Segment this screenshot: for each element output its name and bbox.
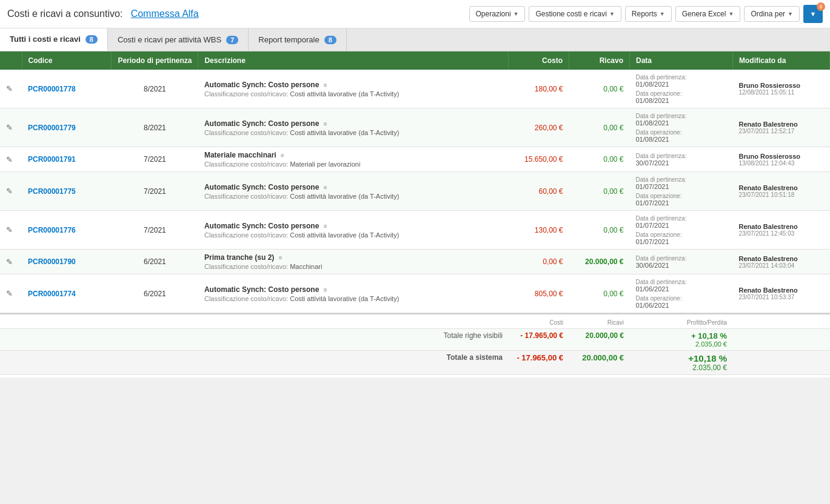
chevron-down-icon: ▼ [728, 11, 734, 17]
totals-section: Costi Ricavi Profitto/Perdita Totale rig… [0, 313, 830, 377]
edit-icon[interactable]: ✎ [6, 289, 13, 298]
desc-sub: Classificazione costo/ricavo: Costi atti… [204, 295, 503, 302]
code-cell: PCR00001776 [22, 211, 112, 250]
tab-wbs-badge: 7 [226, 36, 238, 44]
chevron-down-icon: ▼ [609, 11, 615, 17]
operazioni-button[interactable]: Operazioni ▼ [469, 6, 526, 22]
data-cell: Data di pertinenza:01/06/2021Data operaz… [630, 274, 733, 313]
totals-visibili-label: Totale righe visibili [0, 329, 509, 351]
desc-main: Automatic Synch: Costo persone ≡ [204, 81, 503, 89]
desc-menu-icon[interactable]: ≡ [281, 152, 284, 159]
ricavo-cell: 0,00 € [569, 147, 630, 172]
table-row: ✎PCR000017746/2021 Automatic Synch: Cost… [0, 274, 830, 313]
filter-button[interactable]: ▼ 8 [803, 5, 823, 23]
col-modificato: Modificato da [733, 51, 830, 70]
desc-menu-icon[interactable]: ≡ [324, 121, 327, 127]
table-row: ✎PCR000017767/2021 Automatic Synch: Cost… [0, 211, 830, 250]
filter-icon: ▼ [810, 10, 817, 18]
desc-main: Automatic Synch: Costo persone ≡ [204, 285, 503, 294]
desc-menu-icon[interactable]: ≡ [279, 254, 283, 261]
col-costo: Costo [509, 51, 569, 70]
period-cell: 8/2021 [112, 108, 198, 147]
desc-main: Automatic Synch: Costo persone ≡ [204, 222, 503, 230]
edit-icon[interactable]: ✎ [6, 187, 13, 196]
totals-sistema-label: Totale a sistema [0, 351, 509, 375]
tab-wbs[interactable]: Costi e ricavi per attività WBS 7 [108, 28, 249, 51]
desc-menu-icon[interactable]: ≡ [324, 287, 327, 293]
tab-tutti-badge: 8 [85, 35, 98, 44]
edit-icon[interactable]: ✎ [6, 123, 13, 132]
description-cell: Automatic Synch: Costo persone ≡ Classif… [198, 211, 509, 250]
modified-cell: Renato Balestreno 23/07/2021 10:53:37 [733, 274, 830, 313]
code-cell: PCR00001774 [22, 274, 112, 313]
costo-cell: 130,00 € [509, 211, 569, 250]
desc-menu-icon[interactable]: ≡ [324, 223, 327, 230]
description-cell: Prima tranche (su 2) ≡ Classificazione c… [198, 250, 509, 274]
costo-cell: 180,00 € [509, 70, 569, 108]
gestione-button[interactable]: Gestione costi e ricavi ▼ [529, 6, 621, 22]
reports-button[interactable]: Reports ▼ [625, 6, 672, 22]
toolbar: Operazioni ▼ Gestione costi e ricavi ▼ R… [469, 5, 823, 23]
table-row: ✎PCR000017798/2021 Automatic Synch: Cost… [0, 108, 830, 147]
project-link[interactable]: Commessa Alfa [131, 8, 199, 19]
ricavo-cell: 20.000,00 € [569, 250, 630, 274]
code-cell: PCR00001778 [22, 70, 112, 108]
edit-icon[interactable]: ✎ [6, 225, 13, 234]
col-data: Data [630, 51, 733, 70]
modified-cell: Renato Balestreno 23/07/2021 10:51:18 [733, 172, 830, 211]
modified-time: 12/08/2021 15:05:11 [739, 89, 824, 96]
period-cell: 8/2021 [112, 70, 198, 108]
totals-sistema-costi: - 17.965,00 € [509, 351, 569, 375]
modified-time: 13/08/2021 12:04:43 [739, 160, 824, 167]
modified-time: 23/07/2021 10:51:18 [739, 191, 824, 198]
totals-visibili-costi: - 17.965,00 € [509, 329, 569, 351]
modified-name: Renato Balestreno [739, 184, 824, 191]
costo-cell: 0,00 € [509, 250, 569, 274]
code-cell: PCR00001791 [22, 147, 112, 172]
code-cell: PCR00001779 [22, 108, 112, 147]
totals-sistema-row: Totale a sistema - 17.965,00 € 20.000,00… [0, 351, 830, 375]
table-row: ✎PCR000017757/2021 Automatic Synch: Cost… [0, 172, 830, 211]
desc-sub: Classificazione costo/ricavo: Costi atti… [204, 231, 503, 239]
modified-name: Bruno Rossierosso [739, 82, 824, 89]
col-periodo: Periodo di pertinenza [112, 51, 198, 70]
code-cell: PCR00001790 [22, 250, 112, 274]
ricavi-header: Ricavi [569, 317, 630, 329]
tab-temporale[interactable]: Report temporale 8 [249, 28, 347, 51]
col-ricavo: Ricavo [569, 51, 630, 70]
period-cell: 7/2021 [112, 147, 198, 172]
ordina-button[interactable]: Ordina per ▼ [744, 6, 800, 22]
modified-time: 23/07/2021 12:45:03 [739, 230, 824, 237]
edit-icon[interactable]: ✎ [6, 84, 13, 93]
excel-button[interactable]: Genera Excel ▼ [675, 6, 741, 22]
tabs-bar: Tutti i costi e ricavi 8 Costi e ricavi … [0, 28, 830, 51]
description-cell: Materiale macchinari ≡ Classificazione c… [198, 147, 509, 172]
edit-icon[interactable]: ✎ [6, 155, 13, 164]
ricavo-cell: 0,00 € [569, 70, 630, 108]
modified-cell: Renato Balestreno 23/07/2021 12:45:03 [733, 211, 830, 250]
modified-name: Renato Balestreno [739, 255, 824, 262]
modified-name: Bruno Rossierosso [739, 153, 824, 160]
totals-visibili-profitto: + 10,18 % 2.035,00 € [630, 329, 733, 351]
data-cell: Data di pertinenza:30/06/2021 [630, 250, 733, 274]
code-cell: PCR00001775 [22, 172, 112, 211]
description-cell: Automatic Synch: Costo persone ≡ Classif… [198, 108, 509, 147]
tab-temporale-badge: 8 [324, 36, 336, 44]
period-cell: 6/2021 [112, 274, 198, 313]
description-cell: Automatic Synch: Costo persone ≡ Classif… [198, 172, 509, 211]
table-row: ✎PCR000017906/2021 Prima tranche (su 2) … [0, 250, 830, 274]
description-cell: Automatic Synch: Costo persone ≡ Classif… [198, 274, 509, 313]
costo-cell: 15.650,00 € [509, 147, 569, 172]
totals-sistema-profitto: +10,18 % 2.035,00 € [630, 351, 733, 375]
totals-visibili-ricavi: 20.000,00 € [569, 329, 630, 351]
tab-tutti[interactable]: Tutti i costi e ricavi 8 [0, 28, 108, 51]
edit-icon[interactable]: ✎ [6, 257, 13, 267]
data-cell: Data di pertinenza:30/07/2021 [630, 147, 733, 172]
totals-visibili-row: Totale righe visibili - 17.965,00 € 20.0… [0, 329, 830, 351]
period-cell: 7/2021 [112, 211, 198, 250]
table-row: ✎PCR000017917/2021 Materiale macchinari … [0, 147, 830, 172]
desc-menu-icon[interactable]: ≡ [324, 82, 327, 88]
desc-main: Materiale macchinari ≡ [204, 151, 503, 159]
desc-menu-icon[interactable]: ≡ [324, 184, 327, 191]
costo-cell: 60,00 € [509, 172, 569, 211]
